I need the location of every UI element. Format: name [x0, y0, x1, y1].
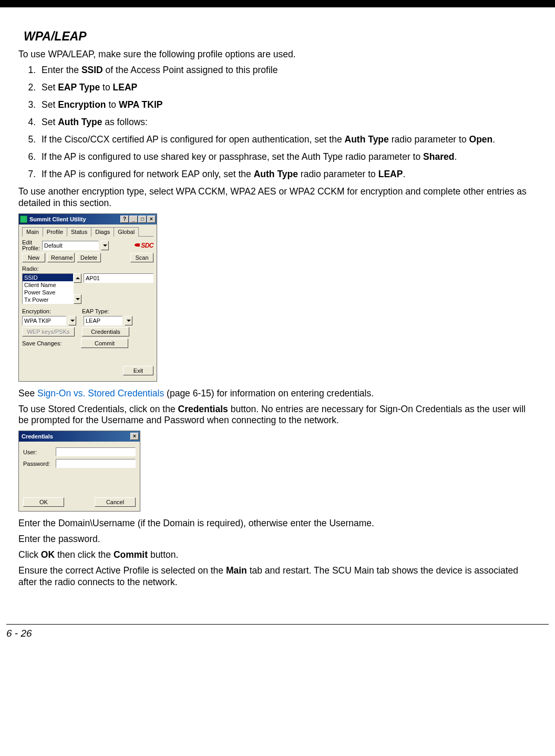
scu-title: Summit Client Utility: [29, 216, 120, 222]
step-bold: Auth Type: [254, 169, 298, 179]
delete-button[interactable]: Delete: [77, 253, 101, 262]
step-text: as follows:: [102, 117, 148, 127]
step-bold: Auth Type: [58, 117, 102, 127]
scu-tabs: Main Profile Status Diags Global: [22, 227, 153, 237]
text: then click the: [55, 549, 114, 560]
credentials-titlebar[interactable]: Credentials ×: [19, 431, 140, 442]
ssid-input[interactable]: AP01: [84, 273, 153, 283]
page-footer: 6 - 26: [6, 624, 549, 650]
wep-keys-button: WEP keys/PSKs: [22, 327, 75, 336]
signon-link[interactable]: Sign-On vs. Stored Credentials: [37, 388, 164, 399]
page-top-bar: [0, 0, 555, 7]
credentials-dialog: Credentials × User: Password: OK Cancel: [18, 431, 140, 512]
help-button[interactable]: ?: [120, 216, 129, 223]
after-steps-paragraph: To use another encryption type, select W…: [18, 186, 537, 209]
enter-password-paragraph: Enter the password.: [18, 534, 537, 545]
step-4: Set Auth Type as follows:: [38, 117, 537, 128]
step-bold: Open: [469, 134, 493, 145]
step-7: If the AP is configured for network EAP …: [38, 169, 537, 180]
user-input[interactable]: [56, 447, 136, 456]
tab-global[interactable]: Global: [114, 227, 139, 237]
sdc-logo: SDC: [141, 242, 153, 249]
tab-diags[interactable]: Diags: [91, 227, 114, 237]
edit-profile-label: Edit Profile:: [22, 240, 40, 251]
step-text: If the AP is configured for network EAP …: [42, 169, 254, 179]
chevron-down-icon[interactable]: [125, 316, 132, 325]
window-buttons: ×: [130, 433, 139, 440]
bold: Credentials: [178, 404, 228, 414]
see-paragraph: See Sign-On vs. Stored Credentials (page…: [18, 388, 537, 400]
step-5: If the Cisco/CCX certified AP is configu…: [38, 134, 537, 145]
close-button[interactable]: ×: [130, 433, 139, 440]
ok-button[interactable]: OK: [23, 497, 64, 507]
radio-item-powersave[interactable]: Power Save: [23, 289, 73, 296]
text: Ensure the correct Active Profile is sel…: [18, 565, 226, 576]
step-text: to: [106, 99, 119, 110]
tab-main[interactable]: Main: [22, 227, 43, 237]
click-ok-paragraph: Click OK then click the Commit button.: [18, 549, 537, 561]
cancel-button[interactable]: Cancel: [95, 497, 136, 507]
tab-profile[interactable]: Profile: [43, 227, 67, 237]
text: To use Stored Credentials, click on the: [18, 404, 178, 414]
commit-button[interactable]: Commit: [81, 339, 128, 348]
step-text: .: [454, 151, 457, 162]
chevron-down-icon[interactable]: [101, 241, 109, 250]
bold: OK: [41, 549, 55, 560]
scan-button[interactable]: Scan: [130, 253, 153, 262]
new-button[interactable]: New: [22, 253, 45, 262]
window-buttons: ? _ □ ×: [120, 216, 156, 223]
encryption-select[interactable]: WPA TKIP: [22, 316, 66, 325]
step-text: If the Cisco/CCX certified AP is configu…: [42, 134, 345, 145]
enc-eap-row: WPA TKIP LEAP: [22, 316, 153, 325]
scroll-down-icon[interactable]: [74, 294, 81, 304]
save-row: Save Changes: Commit: [22, 339, 153, 348]
step-text: radio parameter to: [389, 134, 469, 145]
minimize-button[interactable]: _: [129, 216, 138, 223]
tab-status[interactable]: Status: [67, 227, 91, 237]
scu-titlebar[interactable]: Summit Client Utility ? _ □ ×: [19, 214, 157, 224]
step-bold: LEAP: [378, 169, 403, 179]
eap-type-select[interactable]: LEAP: [84, 316, 122, 325]
radio-label: Radio:: [22, 265, 153, 272]
text: button.: [148, 549, 178, 560]
exit-row: Exit: [22, 366, 153, 375]
step-3: Set Encryption to WPA TKIP: [38, 99, 537, 110]
profile-buttons-row: New Rename Delete Scan: [22, 253, 153, 262]
rename-button[interactable]: Rename: [47, 253, 75, 262]
chevron-down-icon[interactable]: [68, 316, 76, 325]
radio-item-ssid[interactable]: SSID: [23, 274, 73, 281]
step-6: If the AP is configured to use shared ke…: [38, 151, 537, 162]
edit-profile-select[interactable]: Default: [42, 241, 99, 250]
eap-type-label: EAP Type:: [82, 308, 109, 314]
app-icon: [20, 216, 27, 223]
step-bold: WPA TKIP: [119, 99, 163, 110]
credentials-button[interactable]: Credentials: [82, 327, 129, 336]
password-input[interactable]: [56, 459, 136, 468]
scroll-up-icon[interactable]: [74, 273, 81, 283]
step-bold: Shared: [423, 151, 454, 162]
close-button[interactable]: ×: [147, 216, 156, 223]
encryption-label: Encryption:: [22, 308, 80, 314]
credentials-instruction: To use Stored Credentials, click on the …: [18, 404, 537, 427]
maximize-button[interactable]: □: [138, 216, 147, 223]
password-label: Password:: [23, 461, 56, 467]
step-text: Set: [42, 99, 58, 110]
step-text: If the AP is configured to use shared ke…: [42, 151, 423, 162]
text: (page 6-15) for information on entering …: [164, 388, 374, 399]
step-bold: Encryption: [58, 99, 106, 110]
step-text: Set: [42, 82, 58, 93]
exit-button[interactable]: Exit: [123, 366, 153, 375]
section-heading: WPA/LEAP: [24, 29, 537, 44]
step-1: Enter the SSID of the Access Point assig…: [38, 65, 537, 76]
radio-param-list[interactable]: SSID Client Name Power Save Tx Power: [22, 273, 74, 304]
step-bold: Auth Type: [345, 134, 389, 145]
step-text: radio parameter to: [298, 169, 378, 179]
step-2: Set EAP Type to LEAP: [38, 82, 537, 93]
radio-item-clientname[interactable]: Client Name: [23, 281, 73, 289]
bold: Main: [226, 565, 247, 576]
step-text: of the Access Point assigned to this pro…: [103, 65, 278, 75]
radio-item-txpower[interactable]: Tx Power: [23, 296, 73, 303]
step-text: to: [100, 82, 112, 93]
user-row: User:: [23, 447, 136, 456]
credentials-buttons: OK Cancel: [23, 497, 136, 507]
